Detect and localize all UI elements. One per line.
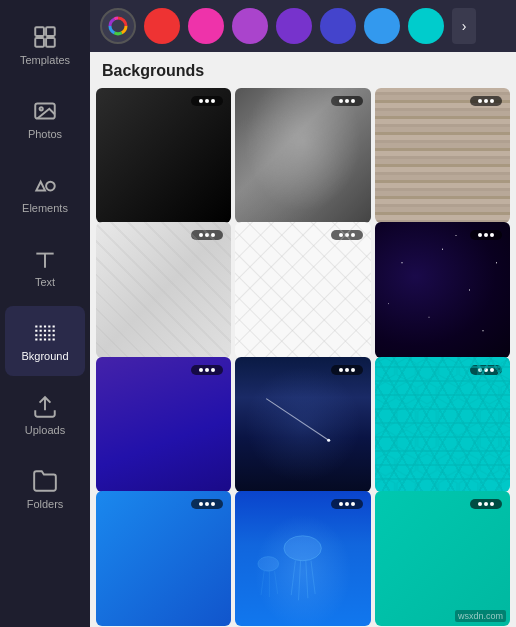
color-swatch-red[interactable] [144,8,180,44]
color-swatch-purple-light[interactable] [232,8,268,44]
svg-rect-0 [35,27,44,36]
upload-icon [32,394,58,420]
svg-line-15 [267,398,329,440]
photo-icon [32,98,58,124]
svg-rect-18 [375,357,510,492]
more-button-8[interactable] [331,365,363,375]
color-swatch-blue-dark[interactable] [320,8,356,44]
svg-point-24 [258,556,279,571]
svg-rect-2 [35,38,44,47]
background-item-7[interactable] [96,357,231,492]
background-item-5[interactable] [235,222,370,357]
svg-point-16 [327,438,330,441]
sidebar-item-uploads[interactable]: Uploads [5,380,85,450]
svg-line-23 [311,560,315,593]
more-button-4[interactable] [191,230,223,240]
background-item-4[interactable] [96,222,231,357]
background-item-10[interactable] [96,491,231,626]
background-item-9[interactable] [375,357,510,492]
svg-line-27 [275,571,278,594]
sidebar-item-photos-label: Photos [28,128,62,140]
background-item-2[interactable] [235,88,370,223]
watermark: wsxdn.com [455,610,506,622]
more-button-5[interactable] [331,230,363,240]
background-item-6[interactable] [375,222,510,357]
sidebar-item-templates[interactable]: Templates [5,10,85,80]
sidebar-item-bkground[interactable]: Bkground [5,306,85,376]
svg-point-6 [46,182,55,191]
more-button-6[interactable] [470,230,502,240]
svg-line-25 [261,571,264,595]
svg-point-19 [284,536,321,561]
palette-more-button[interactable]: › [452,8,476,44]
sidebar-item-elements[interactable]: Elements [5,158,85,228]
svg-point-5 [40,107,43,110]
more-button-9[interactable] [470,365,502,375]
svg-line-20 [292,560,296,594]
sidebar-item-folders-label: Folders [27,498,64,510]
folder-icon [32,468,58,494]
background-item-8[interactable] [235,357,370,492]
color-wheel-button[interactable] [100,8,136,44]
color-swatch-purple[interactable] [276,8,312,44]
background-icon [32,320,58,346]
color-swatch-pink[interactable] [188,8,224,44]
svg-line-21 [299,560,301,600]
sidebar-item-folders[interactable]: Folders [5,454,85,524]
background-item-11[interactable] [235,491,370,626]
sidebar-item-photos[interactable]: Photos [5,84,85,154]
more-button-7[interactable] [191,365,223,375]
backgrounds-section-label: Backgrounds [90,52,516,88]
sidebar-item-templates-label: Templates [20,54,70,66]
elements-icon [32,172,58,198]
main-content: › Backgrounds [90,0,516,627]
grid-icon [32,24,58,50]
background-item-1[interactable] [96,88,231,223]
background-item-3[interactable] [375,88,510,223]
svg-rect-3 [46,38,55,47]
sidebar-item-text[interactable]: Text [5,232,85,302]
backgrounds-grid: wsxdn.com [90,88,516,627]
background-item-12[interactable]: wsxdn.com [375,491,510,626]
sidebar-item-text-label: Text [35,276,55,288]
text-icon [32,246,58,272]
more-button-11[interactable] [331,499,363,509]
svg-rect-1 [46,27,55,36]
palette-bar: › [90,0,516,52]
sidebar-item-elements-label: Elements [22,202,68,214]
more-button-12[interactable] [470,499,502,509]
more-button-10[interactable] [191,499,223,509]
svg-line-22 [306,560,308,597]
sidebar: Templates Photos Elements Text Bkground [0,0,90,627]
more-button-1[interactable] [191,96,223,106]
color-swatch-teal[interactable] [408,8,444,44]
sidebar-item-bkground-label: Bkground [21,350,68,362]
color-swatch-blue[interactable] [364,8,400,44]
more-button-3[interactable] [470,96,502,106]
more-button-2[interactable] [331,96,363,106]
sidebar-item-uploads-label: Uploads [25,424,65,436]
color-wheel-icon [108,16,128,36]
